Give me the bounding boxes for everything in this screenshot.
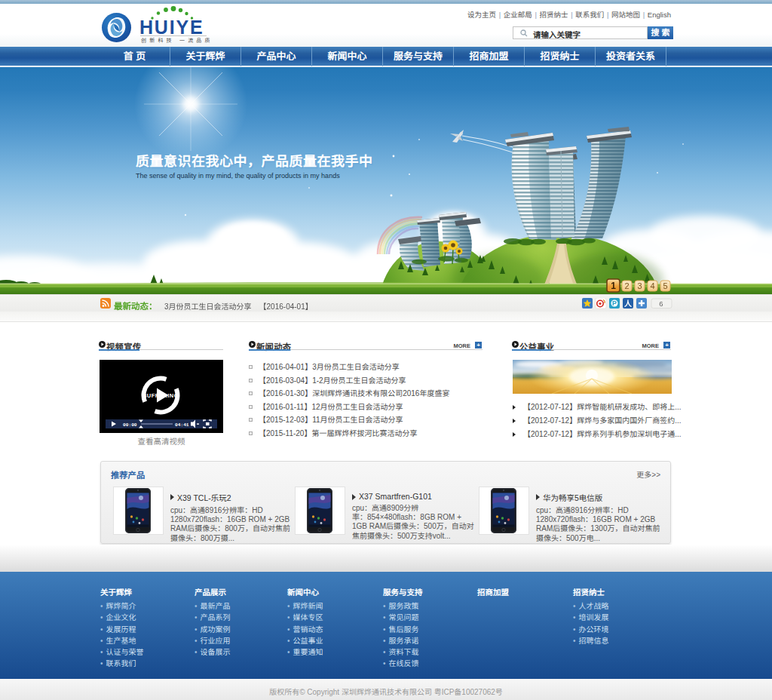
- svg-text:04:41: 04:41: [175, 422, 189, 428]
- svg-text:质量意识在我心中，产品质量在我手中: 质量意识在我心中，产品质量在我手中: [136, 154, 373, 169]
- svg-text:2: 2: [624, 281, 629, 290]
- svg-text:5: 5: [663, 281, 667, 290]
- svg-text:HUIYE: HUIYE: [139, 17, 204, 38]
- svg-text:6: 6: [659, 299, 663, 308]
- svg-text:3: 3: [637, 281, 642, 290]
- svg-text:The sense of quality in my min: The sense of quality in my mind, the qua…: [136, 172, 340, 180]
- svg-text:人: 人: [624, 299, 633, 308]
- svg-text:BUFFERING: BUFFERING: [142, 392, 179, 399]
- svg-text:00:00: 00:00: [123, 422, 137, 428]
- svg-text:1: 1: [611, 281, 616, 291]
- svg-text:P: P: [612, 299, 617, 307]
- svg-text:创新科技 一流品质: 创新科技 一流品质: [141, 38, 213, 43]
- svg-text:4: 4: [650, 281, 654, 290]
